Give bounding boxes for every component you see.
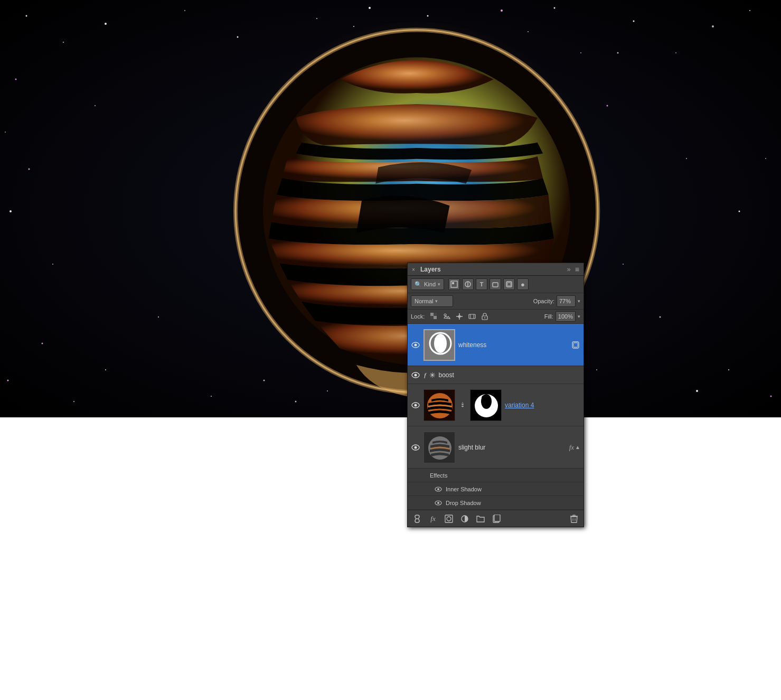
layer-fx-expand-icon[interactable]: ▲ xyxy=(575,444,580,450)
kind-dropdown-arrow: ▾ xyxy=(438,282,440,287)
type-letter-icon: T xyxy=(480,281,484,287)
svg-rect-71 xyxy=(507,283,511,286)
layer-visibility-whiteness[interactable] xyxy=(411,340,420,350)
layer-fx-badge-slight-blur[interactable]: fx xyxy=(569,443,574,452)
svg-point-116 xyxy=(447,517,451,521)
add-mask-button[interactable] xyxy=(443,512,455,525)
svg-rect-119 xyxy=(494,515,500,521)
layers-list: whiteness ƒ ✳ boost xyxy=(408,324,584,510)
filter-row: 🔍 Kind ▾ T xyxy=(408,276,584,293)
svg-rect-74 xyxy=(430,316,434,319)
svg-point-94 xyxy=(415,374,417,376)
drop-shadow-visibility-icon[interactable] xyxy=(434,499,443,507)
boost-f-icon: ƒ xyxy=(424,371,427,379)
svg-rect-80 xyxy=(469,314,475,319)
layer-thumbnail-slight-blur xyxy=(424,432,455,463)
filter-shape-icon[interactable] xyxy=(490,278,501,290)
canvas-top xyxy=(0,0,781,417)
layer-row-whiteness[interactable]: whiteness xyxy=(408,324,584,366)
panel-toolbar: fx xyxy=(408,510,584,527)
filter-type-icon[interactable]: T xyxy=(476,278,487,290)
blend-row: Normal ▾ Opacity: 77% ▾ xyxy=(408,293,584,310)
layer-row-slight-blur[interactable]: slight blur fx ▲ xyxy=(408,426,584,469)
svg-point-90 xyxy=(435,337,441,343)
effects-header-row: Effects xyxy=(408,469,584,482)
drop-shadow-label: Drop Shadow xyxy=(446,500,481,506)
panel-titlebar-left: × Layers xyxy=(412,266,441,273)
filter-adjustment-icon[interactable] xyxy=(462,278,474,290)
kind-filter-dropdown[interactable]: 🔍 Kind ▾ xyxy=(411,278,444,290)
svg-rect-67 xyxy=(452,282,454,284)
svg-point-84 xyxy=(484,318,485,319)
layer-thumbnail-variation4 xyxy=(424,389,455,421)
layer-visibility-slight-blur[interactable] xyxy=(411,443,420,452)
filter-dot-icon[interactable]: ● xyxy=(517,278,529,290)
svg-point-89 xyxy=(434,334,447,353)
layer-name-whiteness: whiteness xyxy=(458,341,568,349)
layer-row-variation4[interactable]: variation 4 xyxy=(408,384,584,426)
lock-all-icon[interactable] xyxy=(479,311,490,322)
filter-pixel-icon[interactable] xyxy=(448,278,460,290)
layer-visibility-boost[interactable] xyxy=(411,370,420,380)
lock-transparent-icon[interactable] xyxy=(429,311,439,322)
canvas-bottom xyxy=(0,417,781,700)
svg-point-76 xyxy=(444,314,446,316)
opacity-group: Opacity: 77% ▾ xyxy=(533,295,580,307)
lock-position-icon[interactable] xyxy=(454,311,465,322)
svg-rect-69 xyxy=(493,283,498,287)
layer-link-icon-variation4[interactable] xyxy=(458,401,467,409)
blend-mode-value: Normal xyxy=(415,298,433,304)
svg-rect-115 xyxy=(445,515,453,522)
fill-dropdown-arrow[interactable]: ▾ xyxy=(578,314,580,319)
lock-image-icon[interactable] xyxy=(441,311,452,322)
effect-row-inner-shadow[interactable]: Inner Shadow xyxy=(408,482,584,496)
opacity-value[interactable]: 77% xyxy=(557,295,576,307)
inner-shadow-visibility-icon[interactable] xyxy=(434,485,443,493)
lock-artboard-icon[interactable] xyxy=(467,311,477,322)
shape-layer-icon xyxy=(492,281,499,288)
panel-title: Layers xyxy=(420,266,441,273)
layer-row-boost[interactable]: ƒ ✳ boost xyxy=(408,366,584,384)
effect-row-drop-shadow[interactable]: Drop Shadow xyxy=(408,496,584,510)
adjustment-layer-icon xyxy=(464,281,472,288)
opacity-dropdown-arrow[interactable]: ▾ xyxy=(578,298,580,304)
new-layer-button[interactable] xyxy=(490,512,503,525)
panel-expand-icon[interactable]: » xyxy=(567,265,571,273)
layers-panel: × Layers » ≡ 🔍 Kind ▾ xyxy=(407,263,584,527)
lock-row: Lock: xyxy=(408,310,584,324)
fill-value[interactable]: 100% xyxy=(556,311,576,322)
svg-point-107 xyxy=(415,446,417,449)
opacity-label: Opacity: xyxy=(533,298,554,304)
boost-adj-icons: ƒ ✳ xyxy=(424,371,436,379)
svg-point-111 xyxy=(437,488,439,490)
boost-sun-icon: ✳ xyxy=(429,371,436,379)
layer-name-variation4: variation 4 xyxy=(505,402,580,409)
lock-label: Lock: xyxy=(411,313,425,320)
link-layers-button[interactable] xyxy=(411,512,424,525)
filter-icons-group: T ● xyxy=(448,278,529,290)
layer-name-slight-blur: slight blur xyxy=(458,444,566,451)
slight-blur-fx-area: fx ▲ xyxy=(569,443,580,452)
layer-name-boost: boost xyxy=(439,371,581,379)
new-adjustment-layer-button[interactable] xyxy=(458,512,471,525)
panel-close-icon[interactable]: × xyxy=(412,267,417,272)
svg-point-105 xyxy=(482,395,487,400)
panel-menu-icon[interactable]: ≡ xyxy=(575,265,579,274)
svg-point-96 xyxy=(415,404,417,406)
layer-mask-variation4 xyxy=(470,389,502,421)
delete-layer-button[interactable] xyxy=(568,512,580,525)
filter-smart-icon[interactable] xyxy=(503,278,515,290)
pixel-layer-icon xyxy=(450,281,458,288)
search-icon: 🔍 xyxy=(415,281,422,288)
fx-button[interactable]: fx xyxy=(427,512,439,525)
new-group-button[interactable] xyxy=(474,512,487,525)
fill-group: Fill: 100% ▾ xyxy=(544,311,580,322)
blend-mode-dropdown[interactable]: Normal ▾ xyxy=(411,295,453,307)
canvas-area xyxy=(0,0,781,700)
fill-label: Fill: xyxy=(544,313,553,320)
smart-object-icon xyxy=(505,281,513,288)
fx-label: fx xyxy=(430,515,435,523)
svg-point-113 xyxy=(437,502,439,504)
panel-titlebar: × Layers » ≡ xyxy=(408,263,584,276)
layer-visibility-variation4[interactable] xyxy=(411,400,420,410)
